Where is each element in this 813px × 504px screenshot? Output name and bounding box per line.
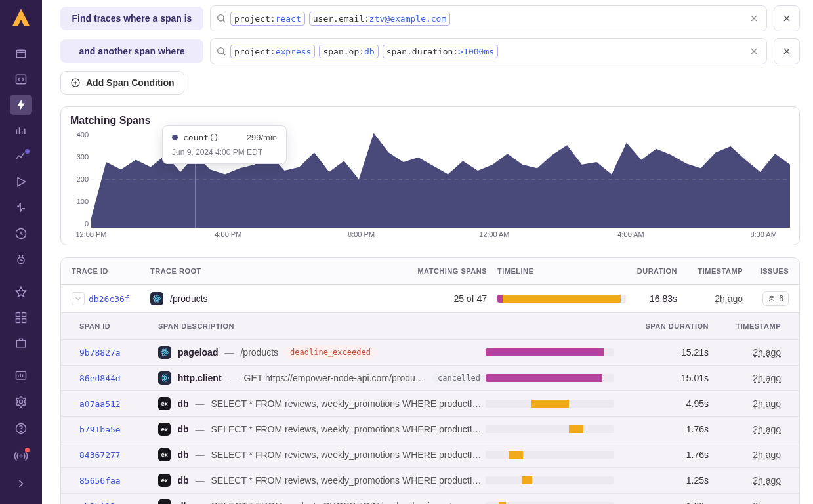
nav-broadcast-icon[interactable] [10,445,32,467]
tooltip-timestamp: Jun 9, 2024 4:00 PM EDT [172,148,277,157]
span-op: pageload [178,347,218,358]
search-token[interactable]: span.op:db [319,45,378,58]
col-timestamp: TIMESTAMP [677,267,743,275]
span-row[interactable]: 86ed844dhttp.client—GET https://empower-… [61,365,799,390]
span-timeline-bar [486,374,614,382]
expand-trace-button[interactable] [72,292,85,305]
span-op: db [177,450,188,460]
nav-settings-icon[interactable] [10,392,32,412]
span-row[interactable]: a07aa512exdb—SELECT * FROM reviews, week… [61,390,799,416]
span-description: SELECT * FROM reviews, weekly_promotions… [211,398,486,409]
sentry-logo[interactable] [8,7,34,33]
nav-history-icon[interactable] [10,223,32,243]
search-token[interactable]: user.email:ztv@example.com [309,12,451,26]
span-duration: 15.01s [623,373,709,383]
svg-rect-3 [16,312,20,316]
clear-search-button[interactable] [747,44,761,58]
span-description: SELECT * FROM reviews, weekly_promotions… [211,450,486,460]
traces-table-header: TRACE ID TRACE ROOT MATCHING SPANS TIMEL… [61,258,799,284]
span-condition-row: Find traces where a span isproject:react… [60,5,800,32]
span-timeline-bar [486,425,614,433]
span-status-tag: cancelled [432,371,486,385]
sidebar [0,0,42,504]
svg-rect-7 [16,372,26,380]
nav-insights-icon[interactable] [10,146,32,167]
nav-projects-icon[interactable] [10,43,32,64]
nav-crons-icon[interactable] [10,249,32,269]
span-timestamp: 2h ago [709,450,781,460]
search-token[interactable]: span.duration:>1000ms [383,45,498,58]
col-span-id: SPAN ID [79,322,158,330]
condition-label: and another span where [60,39,203,63]
nav-traces-icon[interactable] [10,94,32,115]
svg-rect-4 [22,312,26,316]
span-description: /products [240,347,278,358]
span-timeline-bar [486,451,614,459]
span-row[interactable]: 85656faaexdb—SELECT * FROM reviews, week… [61,467,799,493]
svg-point-24 [164,352,165,353]
span-row[interactable]: 9b78827apageload—/productsdeadline_excee… [61,339,799,365]
span-description: SELECT * FROM reviews, weekly_promotions… [211,475,486,486]
remove-condition-button[interactable] [774,38,800,64]
span-status-tag: deadline_exceeded [285,346,376,359]
chart-tooltip: count() 299/min Jun 9, 2024 4:00 PM EDT [162,125,287,164]
nav-help-icon[interactable] [10,417,32,440]
span-id-link[interactable]: a07aa512 [79,399,158,409]
span-id-link[interactable]: 84367277 [79,450,158,460]
tooltip-metric: count() [183,133,219,142]
span-row[interactable]: 84367277exdb—SELECT * FROM reviews, week… [61,442,799,467]
span-id-link[interactable]: ab2bf12e [79,501,158,505]
nav-alerts-icon[interactable] [10,198,32,218]
project-badge-react [158,371,171,385]
span-row[interactable]: ab2bf12eexdb—SELECT * FROM products CROS… [61,493,799,504]
trace-root-text: /products [170,293,208,304]
add-span-condition-button[interactable]: Add Span Condition [60,71,184,94]
nav-stats-icon[interactable] [10,366,32,387]
col-span-duration: SPAN DURATION [623,322,709,330]
project-badge-express: ex [158,474,171,487]
nav-code-icon[interactable] [10,69,32,89]
nav-releases-icon[interactable] [10,333,32,354]
nav-replays-icon[interactable] [10,172,32,192]
nav-pinned-icon[interactable] [10,282,32,302]
tooltip-value: 299/min [247,133,277,142]
svg-point-13 [218,48,224,54]
span-op: db [177,424,188,434]
trace-id-link[interactable]: db26c36f [89,294,130,304]
trace-row[interactable]: db26c36f /products 25 of 47 16.83s 2h ag… [61,284,799,312]
span-id-link[interactable]: b791ba5e [79,425,158,434]
col-duration: DURATION [625,267,677,275]
span-condition-row: and another span whereproject:expressspa… [60,38,800,64]
span-id-link[interactable]: 9b78827a [79,348,158,358]
span-row[interactable]: b791ba5eexdb—SELECT * FROM reviews, week… [61,416,799,442]
nav-dashboards-icon[interactable] [10,307,32,327]
sidebar-expand-icon[interactable] [10,472,32,495]
condition-search-input[interactable]: project:reactuser.email:ztv@example.com [210,5,767,32]
span-timestamp: 2h ago [709,501,781,504]
span-duration: 1.25s [623,475,709,486]
add-span-condition-label: Add Span Condition [86,77,175,88]
search-token[interactable]: project:express [230,45,315,58]
span-id-link[interactable]: 86ed844d [79,373,158,383]
stack-icon [768,295,776,303]
nav-metrics-icon[interactable] [10,120,32,140]
trace-duration: 16.83s [625,293,677,304]
span-duration: 4.95s [623,398,709,409]
span-duration: 1.76s [623,450,709,460]
col-span-desc: SPAN DESCRIPTION [158,322,486,330]
condition-label: Find traces where a span is [60,7,203,30]
search-token[interactable]: project:react [230,12,305,26]
svg-rect-1 [16,75,26,83]
svg-point-8 [20,400,23,404]
span-id-link[interactable]: 85656faa [79,476,158,486]
span-duration: 1.76s [623,424,709,434]
project-badge-express: ex [158,448,171,461]
project-badge-react [158,346,171,359]
clear-search-button[interactable] [747,11,761,26]
svg-rect-5 [16,319,20,323]
svg-point-20 [156,298,157,299]
remove-condition-button[interactable] [774,5,800,32]
trace-issues-pill[interactable]: 6 [762,291,789,306]
span-timestamp: 2h ago [709,347,781,358]
condition-search-input[interactable]: project:expressspan.op:dbspan.duration:>… [210,38,767,64]
